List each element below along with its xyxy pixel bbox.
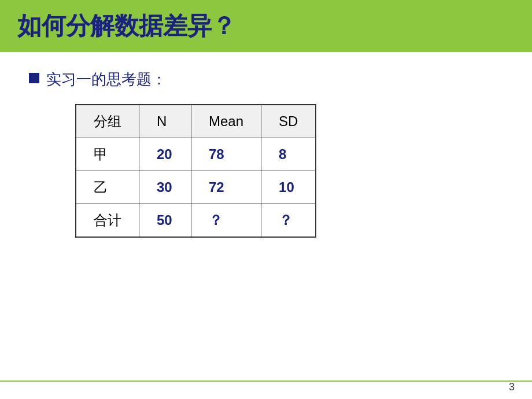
slide-title: 如何分解数据差异？ [17, 10, 236, 42]
table-row: 合计 50 ？ ？ [76, 204, 316, 238]
cell-n-1: 20 [139, 138, 191, 171]
footer-line [0, 380, 532, 382]
cell-group-total: 合计 [76, 204, 139, 238]
cell-n-2: 30 [139, 171, 191, 204]
cell-sd-1: 8 [261, 138, 316, 171]
page-number: 3 [509, 381, 515, 393]
table-header-row: 分组 N Mean SD [76, 105, 316, 138]
cell-mean-total: ？ [191, 204, 261, 238]
bullet-item: 实习一的思考题： [29, 69, 503, 90]
slide-container: 如何分解数据差异？ 实习一的思考题： 分组 N Mean SD 甲 [0, 0, 532, 399]
cell-mean-1: 78 [191, 138, 261, 171]
bullet-icon [29, 73, 39, 83]
cell-sd-total: ？ [261, 204, 316, 238]
table-row: 乙 30 72 10 [76, 171, 316, 204]
data-table-wrapper: 分组 N Mean SD 甲 20 78 8 乙 30 [75, 104, 503, 238]
col-header-n: N [139, 105, 191, 138]
header-bar: 如何分解数据差异？ [0, 0, 532, 52]
cell-sd-2: 10 [261, 171, 316, 204]
col-header-mean: Mean [191, 105, 261, 138]
data-table: 分组 N Mean SD 甲 20 78 8 乙 30 [75, 104, 316, 238]
bullet-text: 实习一的思考题： [46, 69, 167, 90]
cell-group-1: 甲 [76, 138, 139, 171]
col-header-sd: SD [261, 105, 316, 138]
cell-group-2: 乙 [76, 171, 139, 204]
content-area: 实习一的思考题： 分组 N Mean SD 甲 20 78 [0, 52, 532, 255]
col-header-group: 分组 [76, 105, 139, 138]
table-row: 甲 20 78 8 [76, 138, 316, 171]
cell-n-total: 50 [139, 204, 191, 238]
cell-mean-2: 72 [191, 171, 261, 204]
